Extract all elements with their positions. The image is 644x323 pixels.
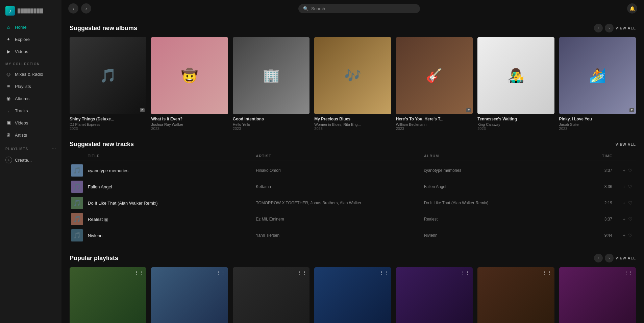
album-name: Here's To You. Here's T... <box>396 117 473 121</box>
playlist-card[interactable]: ⋮⋮ CLEAN ÉXITOS DE HOY <box>559 267 636 323</box>
videos-nav-icon: ▶ <box>5 48 11 54</box>
track-like-button[interactable]: ♡ <box>628 216 633 222</box>
track-row[interactable]: 🎵 Nivlenn Yann Tiersen Nivlenn 9:44 + ♡ <box>70 227 636 244</box>
track-album: Fallen Angel <box>421 184 589 189</box>
playlist-card[interactable]: ⋮⋮ GLOBAL HIP-HOP <box>233 267 309 323</box>
playlist-menu-icon[interactable]: ⋮⋮ <box>624 270 633 275</box>
suggested-albums-controls: ‹ › VIEW ALL <box>594 24 636 32</box>
tracks-list: 🎵 cyanotype memories Hinako Omori cyanot… <box>70 162 636 244</box>
album-name: Pinky, I Love You <box>559 117 636 121</box>
album-name: Shiny Things (Deluxe... <box>70 117 146 121</box>
track-add-button[interactable]: + <box>623 184 625 189</box>
playlist-menu-icon[interactable]: ⋮⋮ <box>542 270 552 275</box>
album-year: 2023 <box>70 126 146 131</box>
album-card[interactable]: 🏄 E Pinky, I Love You Jacob Slater 2023 <box>559 37 636 131</box>
albums-grid: 🎵 E Shiny Things (Deluxe... DJ Planet Ex… <box>70 37 636 131</box>
playlist-card[interactable]: ⋮⋮ LA NUEVA OLA <box>477 267 554 323</box>
track-time: 2:19 <box>589 201 616 205</box>
playlist-card[interactable]: ⋮⋮ OUT THERE <box>314 267 391 323</box>
sidebar-item-tracks-label: Tracks <box>15 108 28 113</box>
album-card[interactable]: 🎸 E Here's To You. Here's T... William B… <box>396 37 473 131</box>
track-actions: + ♡ <box>616 184 636 189</box>
sidebar-item-albums[interactable]: ◉ Albums <box>0 92 61 105</box>
sidebar-item-home[interactable]: ⌂ Home <box>0 21 61 33</box>
track-time: 3:37 <box>589 168 616 173</box>
track-row[interactable]: 🎵 cyanotype memories Hinako Omori cyanot… <box>70 162 636 179</box>
track-like-button[interactable]: ♡ <box>628 168 633 173</box>
sidebar-item-videos[interactable]: ▶ Videos <box>0 45 61 57</box>
playlist-card[interactable]: ⋮⋮ CLASSICAL CROSSOVER <box>70 267 146 323</box>
back-button[interactable]: ‹ <box>68 3 78 14</box>
track-actions: + ♡ <box>616 216 636 222</box>
track-album: cyanotype memories <box>421 168 589 173</box>
suggested-albums-header: Suggested new albums ‹ › VIEW ALL <box>70 24 636 32</box>
sidebar-item-playlists-label: Playlists <box>15 84 31 89</box>
sidebar-item-videos-label: Videos <box>15 49 28 54</box>
track-like-button[interactable]: ♡ <box>628 233 633 238</box>
albums-next-button[interactable]: › <box>605 24 614 32</box>
albums-prev-button[interactable]: ‹ <box>594 24 603 32</box>
track-album: Realest <box>421 217 589 222</box>
playlists-next-button[interactable]: › <box>605 254 614 262</box>
track-row[interactable]: 🎵 RealestE Ez Mil, Eminem Realest 3:37 +… <box>70 211 636 227</box>
tracks-view-all-button[interactable]: VIEW ALL <box>616 142 636 146</box>
forward-button[interactable]: › <box>81 3 91 14</box>
track-add-button[interactable]: + <box>623 233 625 238</box>
playlists-more-button[interactable]: ··· <box>52 146 56 152</box>
playlists-view-all-button[interactable]: VIEW ALL <box>616 256 636 260</box>
search-input[interactable] <box>311 6 415 11</box>
track-row[interactable]: 🎵 Fallen Angel Kettama Fallen Angel 3:36… <box>70 179 636 195</box>
sidebar-item-mixes-radio[interactable]: ◎ Mixes & Radio <box>0 68 61 80</box>
track-like-button[interactable]: ♡ <box>628 184 633 189</box>
playlist-card[interactable]: ⋮⋮ SKANDIBOP <box>151 267 228 323</box>
notification-button[interactable]: 🔔 <box>627 3 637 14</box>
track-actions: + ♡ <box>616 200 636 206</box>
sidebar-item-explore[interactable]: ✦ Explore <box>0 33 61 45</box>
album-card[interactable]: 👨‍🎤 Tennessee's Waiting King Calaway 202… <box>477 37 554 131</box>
albums-view-all-button[interactable]: VIEW ALL <box>616 26 636 30</box>
track-time: 3:37 <box>589 217 616 222</box>
album-year: 2023 <box>233 126 309 131</box>
album-card[interactable]: 🏢 Good Intentions Hello Yello 2023 <box>233 37 309 131</box>
tracks-icon: ♩ <box>5 108 11 114</box>
playlist-menu-icon[interactable]: ⋮⋮ <box>297 270 307 275</box>
track-time: 9:44 <box>589 233 616 238</box>
sidebar-logo: ♪ ████████ <box>0 3 61 21</box>
track-thumbnail: 🎵 <box>71 229 83 241</box>
sidebar-item-videos-col-label: Videos <box>15 120 28 125</box>
track-thumbnail: 🎵 <box>71 197 83 209</box>
album-card[interactable]: 🎵 E Shiny Things (Deluxe... DJ Planet Ex… <box>70 37 146 131</box>
track-row[interactable]: 🎵 Do It Like That (Alan Walker Remix) TO… <box>70 195 636 211</box>
album-card[interactable]: 🎶 My Precious Blues Women in Blues, Rita… <box>314 37 391 131</box>
playlist-menu-icon[interactable]: ⋮⋮ <box>134 270 144 275</box>
tracks-col-album: ALBUM <box>421 154 589 158</box>
album-year: 2023 <box>477 126 554 131</box>
sidebar-item-tracks[interactable]: ♩ Tracks <box>0 105 61 117</box>
sidebar-item-artists-label: Artists <box>15 133 27 138</box>
album-year: 2023 <box>151 126 228 131</box>
playlists-grid: ⋮⋮ CLASSICAL CROSSOVER ⋮⋮ SKANDIBOP ⋮⋮ G… <box>70 267 636 323</box>
playlist-menu-icon[interactable]: ⋮⋮ <box>379 270 389 275</box>
track-album: Nivlenn <box>421 233 589 238</box>
playlists-prev-button[interactable]: ‹ <box>594 254 603 262</box>
playlist-menu-icon[interactable]: ⋮⋮ <box>461 270 470 275</box>
sidebar-item-home-label: Home <box>15 25 27 30</box>
track-thumbnail: 🎵 <box>71 181 83 193</box>
track-title: Nivlenn <box>84 233 252 238</box>
track-add-button[interactable]: + <box>623 200 625 206</box>
sidebar-item-artists[interactable]: ♛ Artists <box>0 129 61 141</box>
album-artist: Jacob Slater <box>559 122 636 126</box>
playlist-menu-icon[interactable]: ⋮⋮ <box>216 270 225 275</box>
create-playlist-button[interactable]: + Create... <box>0 154 61 166</box>
album-card[interactable]: 🤠 What Is It Even? Joshua Ray Walker 202… <box>151 37 228 131</box>
suggested-albums-title: Suggested new albums <box>70 25 137 32</box>
track-like-button[interactable]: ♡ <box>628 200 633 206</box>
track-add-button[interactable]: + <box>623 216 625 222</box>
search-box: 🔍 <box>298 4 420 13</box>
track-add-button[interactable]: + <box>623 168 625 173</box>
sidebar-item-playlists[interactable]: ≡ Playlists <box>0 80 61 92</box>
playlist-card[interactable]: ⋮⋮ PURA BANDA <box>396 267 473 323</box>
track-album: Do It Like That (Alan Walker Remix) <box>421 201 589 205</box>
tracks-col-time: TIME <box>589 154 616 158</box>
sidebar-item-videos-col[interactable]: ▣ Videos <box>0 117 61 129</box>
